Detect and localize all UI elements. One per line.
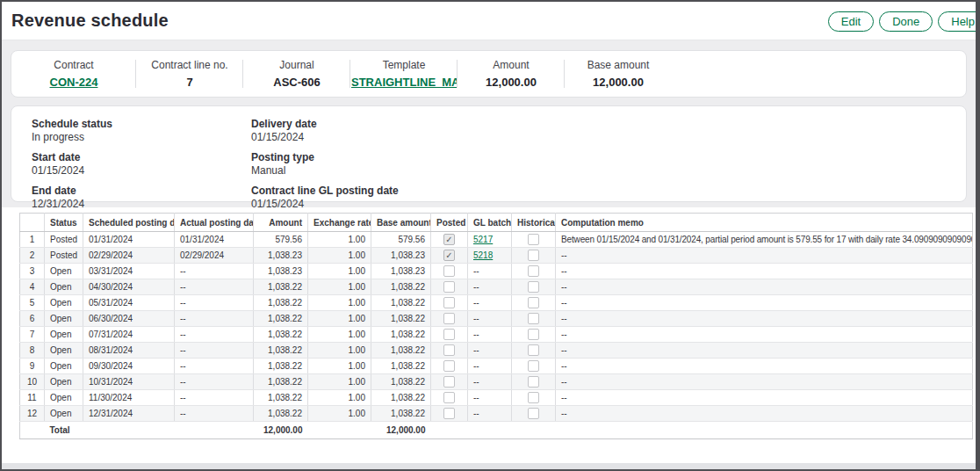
- historical-checkbox[interactable]: [528, 344, 539, 356]
- posted-checkbox[interactable]: [443, 297, 455, 308]
- table-row: 7 Open 07/31/2024 -- 1,038.22 1.00 1,038…: [20, 327, 973, 343]
- amount-cell: 579.56: [254, 232, 308, 248]
- scheduled-posting-date-cell: 03/31/2024: [83, 264, 175, 279]
- summary-field-contract: Contract CON-224: [11, 51, 136, 97]
- status-cell: Posted: [45, 248, 83, 264]
- historical-checkbox[interactable]: [528, 265, 539, 277]
- base-amount-cell: 1,038.22: [371, 374, 431, 390]
- field-value: 12,000.00: [565, 76, 672, 89]
- total-label: Total: [45, 422, 83, 439]
- posted-cell: [431, 311, 468, 327]
- col-header-status: Status: [45, 214, 83, 232]
- contract-line-gl-posting-date-field: Contract line GL posting date 01/15/2024: [251, 185, 399, 211]
- gl-batch-cell: --: [468, 327, 512, 343]
- gl-batch-cell: --: [468, 264, 512, 279]
- summary-field-journal: Journal ASC-606: [243, 51, 350, 97]
- scheduled-posting-date-cell: 10/31/2024: [83, 374, 175, 390]
- posted-checkbox[interactable]: [443, 313, 455, 324]
- historical-checkbox[interactable]: [528, 360, 539, 372]
- horizontal-scrollbar[interactable]: [2, 463, 976, 469]
- historical-cell: [512, 248, 556, 264]
- contract-link[interactable]: CON-224: [50, 76, 98, 89]
- base-amount-cell: 1,038.23: [371, 248, 431, 264]
- row-number-cell: 7: [20, 327, 45, 343]
- historical-cell: [512, 295, 556, 311]
- done-button[interactable]: Done: [879, 11, 933, 32]
- posted-checkbox[interactable]: [443, 408, 455, 419]
- actual-posting-date-cell: --: [175, 374, 254, 390]
- col-header-row-number: [20, 214, 45, 232]
- posted-checkbox[interactable]: [443, 250, 455, 261]
- historical-cell: [512, 406, 556, 422]
- gl-batch-link[interactable]: 5218: [473, 250, 493, 260]
- posted-checkbox[interactable]: [443, 376, 455, 388]
- gl-batch-cell: --: [468, 390, 512, 406]
- posted-cell: [431, 406, 468, 422]
- col-header-amount: Amount: [254, 214, 308, 232]
- posted-checkbox[interactable]: [443, 281, 455, 293]
- historical-cell: [512, 279, 556, 295]
- actual-posting-date-cell: 02/29/2024: [175, 248, 254, 264]
- status-cell: Open: [45, 374, 83, 390]
- row-number-cell: 3: [20, 264, 45, 279]
- posted-checkbox[interactable]: [443, 360, 455, 372]
- posted-cell: [431, 359, 468, 374]
- table-header-row: Status Scheduled posting date Actual pos…: [20, 214, 973, 232]
- actual-posting-date-cell: --: [175, 343, 254, 359]
- historical-checkbox[interactable]: [528, 281, 539, 293]
- posted-checkbox[interactable]: [443, 392, 455, 403]
- historical-checkbox[interactable]: [528, 392, 539, 403]
- gl-batch-cell: --: [468, 311, 512, 327]
- posted-checkbox[interactable]: [443, 234, 455, 245]
- table-row: 10 Open 10/31/2024 -- 1,038.22 1.00 1,03…: [20, 374, 973, 390]
- scheduled-posting-date-cell: 11/30/2024: [83, 390, 175, 406]
- scheduled-posting-date-cell: 08/31/2024: [83, 343, 175, 359]
- amount-cell: 1,038.22: [254, 279, 308, 295]
- historical-cell: [512, 232, 556, 248]
- status-cell: Open: [45, 359, 83, 374]
- exchange-rate-cell: 1.00: [308, 327, 371, 343]
- field-label: Template: [350, 59, 458, 71]
- page-header: Revenue schedule Edit Done Help: [2, 2, 976, 40]
- historical-checkbox[interactable]: [528, 313, 539, 324]
- amount-cell: 1,038.23: [254, 264, 308, 279]
- computation-memo-cell: --: [556, 311, 973, 327]
- start-date-field: Start date 01/15/2024: [32, 151, 251, 178]
- posted-cell: [431, 279, 468, 295]
- historical-checkbox[interactable]: [528, 234, 539, 245]
- edit-button[interactable]: Edit: [828, 11, 874, 32]
- historical-checkbox[interactable]: [528, 408, 539, 419]
- field-value: 7: [136, 76, 243, 89]
- table-row: 1 Posted 01/31/2024 01/31/2024 579.56 1.…: [20, 232, 973, 248]
- template-link[interactable]: STRAIGHTLINE_MANUAL: [351, 76, 458, 89]
- exchange-rate-cell: 1.00: [308, 295, 371, 311]
- posted-checkbox[interactable]: [443, 265, 455, 277]
- posted-checkbox[interactable]: [443, 329, 455, 340]
- historical-checkbox[interactable]: [528, 376, 539, 388]
- historical-checkbox[interactable]: [528, 297, 539, 308]
- help-button[interactable]: Help: [938, 11, 980, 32]
- table-row: 4 Open 04/30/2024 -- 1,038.22 1.00 1,038…: [20, 279, 973, 295]
- summary-field-base-amount: Base amount 12,000.00: [565, 51, 672, 97]
- historical-checkbox[interactable]: [528, 250, 539, 261]
- exchange-rate-cell: 1.00: [308, 232, 371, 248]
- total-base-amount: 12,000.00: [371, 422, 431, 439]
- posted-checkbox[interactable]: [443, 344, 455, 356]
- scheduled-posting-date-cell: 02/29/2024: [83, 248, 175, 264]
- field-label: Contract: [11, 59, 136, 71]
- schedule-status-field: Schedule status In progress: [32, 118, 251, 144]
- col-header-exchange-rate: Exchange rate: [308, 214, 371, 232]
- computation-memo-cell: --: [556, 248, 973, 264]
- gl-batch-link[interactable]: 5217: [473, 235, 493, 244]
- row-number-cell: 6: [20, 311, 45, 327]
- table-row: 11 Open 11/30/2024 -- 1,038.22 1.00 1,03…: [20, 390, 973, 406]
- amount-cell: 1,038.22: [254, 374, 308, 390]
- overview-section: Contract CON-224 Contract line no. 7 Jou…: [2, 40, 976, 207]
- field-label: Amount: [458, 59, 565, 71]
- historical-checkbox[interactable]: [528, 329, 539, 340]
- delivery-date-field: Delivery date 01/15/2024: [251, 118, 399, 144]
- row-number-cell: 8: [20, 343, 45, 359]
- posted-cell: [431, 374, 468, 390]
- row-number-cell: 10: [20, 374, 45, 390]
- status-cell: Open: [45, 327, 83, 343]
